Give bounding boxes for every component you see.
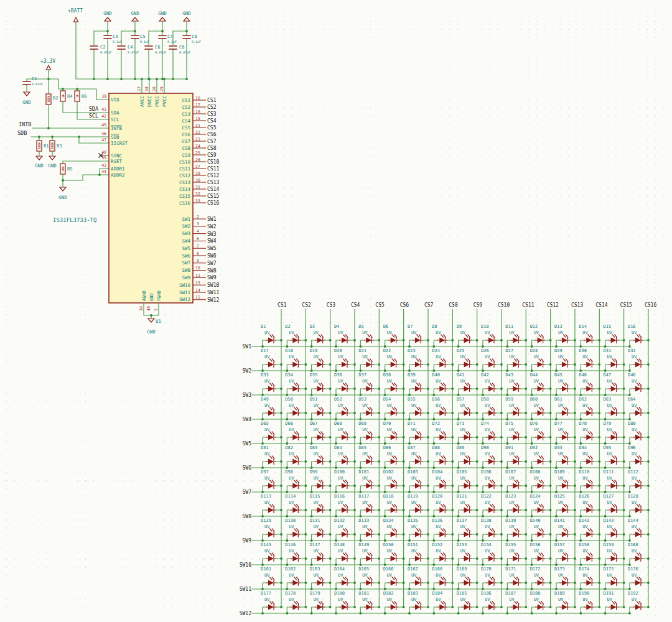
gnd-symbol[interactable] — [148, 318, 154, 322]
led-ref-D119[interactable]: D119 — [408, 494, 418, 499]
resistor-ref[interactable]: R4 — [67, 94, 72, 99]
led-value[interactable]: UV — [509, 597, 515, 602]
led-ref-D82[interactable]: D82 — [285, 445, 293, 450]
led-ref-D174[interactable]: D174 — [579, 567, 589, 572]
led-ref-D112[interactable]: D112 — [628, 470, 638, 475]
net-label-CS6[interactable]: CS6 — [207, 132, 217, 137]
led-value[interactable]: UV — [289, 427, 294, 432]
cap-ref[interactable]: C6 — [155, 45, 160, 50]
matrix-col-label-CS5[interactable]: CS5 — [375, 302, 385, 308]
led-value[interactable]: UV — [436, 403, 441, 408]
led-value[interactable]: UV — [264, 427, 270, 432]
led-value[interactable]: UV — [485, 427, 490, 432]
capacitor-C5[interactable] — [131, 35, 139, 39]
led-value[interactable]: UV — [436, 379, 441, 384]
cap-ref[interactable]: C9 — [192, 34, 197, 39]
net-label-CS7[interactable]: CS7 — [207, 139, 217, 144]
led-ref-D10[interactable]: D10 — [481, 324, 489, 329]
led-value[interactable]: UV — [460, 452, 466, 457]
led-value[interactable]: UV — [289, 476, 294, 481]
led-ref-D45[interactable]: D45 — [554, 373, 562, 378]
led-value[interactable]: UV — [436, 549, 441, 554]
led-value[interactable]: UV — [411, 379, 417, 384]
led-ref-D65[interactable]: D65 — [261, 421, 269, 426]
led-ref-D157[interactable]: D157 — [554, 542, 565, 547]
matrix-col-label-CS1[interactable]: CS1 — [278, 302, 287, 308]
led-ref-D5[interactable]: D5 — [358, 324, 363, 329]
gnd-symbol[interactable] — [132, 17, 138, 21]
led-value[interactable]: UV — [534, 524, 539, 529]
led-value[interactable]: UV — [632, 524, 637, 529]
led-value[interactable]: UV — [411, 500, 417, 505]
led-ref-D90[interactable]: D90 — [481, 445, 489, 450]
led-ref-D58[interactable]: D58 — [481, 397, 489, 402]
gnd-symbol[interactable] — [49, 156, 55, 160]
matrix-col-label-CS13[interactable]: CS13 — [571, 302, 583, 308]
led-ref-D150[interactable]: D150 — [383, 542, 394, 547]
led-ref-D123[interactable]: D123 — [505, 494, 516, 499]
led-ref-D147[interactable]: D147 — [310, 542, 320, 547]
led-ref-D8[interactable]: D8 — [432, 324, 437, 329]
led-ref-D148[interactable]: D148 — [334, 542, 345, 547]
v33-power-label[interactable]: +3.3V — [40, 58, 55, 64]
matrix-row-label-SW9[interactable]: SW9 — [243, 538, 252, 544]
led-ref-D169[interactable]: D169 — [457, 567, 467, 572]
led-value[interactable]: UV — [338, 452, 343, 457]
matrix-col-label-CS12[interactable]: CS12 — [547, 302, 559, 308]
led-ref-D108[interactable]: D108 — [530, 470, 541, 475]
led-ref-D110[interactable]: D110 — [579, 470, 589, 475]
cap-value[interactable]: 0.1uF — [167, 40, 177, 44]
led-value[interactable]: UV — [314, 330, 319, 335]
led-ref-D106[interactable]: D106 — [481, 470, 492, 475]
net-label-CS9[interactable]: CS9 — [207, 152, 217, 158]
led-value[interactable]: UV — [436, 597, 441, 602]
led-value[interactable]: UV — [338, 355, 343, 360]
led-value[interactable]: UV — [289, 403, 294, 408]
net-label-CS3[interactable]: CS3 — [207, 111, 217, 117]
net-label-SW12[interactable]: SW12 — [207, 297, 219, 303]
led-value[interactable]: UV — [607, 500, 613, 505]
led-value[interactable]: UV — [362, 355, 368, 360]
led-ref-D145[interactable]: D145 — [261, 542, 271, 547]
led-value[interactable]: UV — [534, 403, 539, 408]
net-label-intb[interactable]: INTB — [19, 121, 31, 128]
led-ref-D124[interactable]: D124 — [530, 494, 541, 499]
led-ref-D55[interactable]: D55 — [408, 397, 416, 402]
led-ref-D18[interactable]: D18 — [285, 348, 293, 353]
cap-value[interactable]: 0.1uF — [192, 40, 201, 44]
led-ref-D36[interactable]: D36 — [334, 373, 342, 378]
led-value[interactable]: UV — [534, 476, 539, 481]
led-value[interactable]: UV — [558, 330, 564, 335]
led-ref-D117[interactable]: D117 — [358, 494, 369, 499]
led-ref-D133[interactable]: D133 — [358, 518, 369, 523]
led-ref-D67[interactable]: D67 — [310, 421, 318, 426]
led-ref-D103[interactable]: D103 — [408, 470, 418, 475]
led-value[interactable]: UV — [534, 573, 539, 578]
led-ref-D159[interactable]: D159 — [604, 542, 614, 547]
gnd-symbol[interactable] — [159, 17, 166, 21]
led-value[interactable]: UV — [485, 355, 490, 360]
led-value[interactable]: UV — [411, 355, 417, 360]
led-ref-D109[interactable]: D109 — [554, 470, 565, 475]
cap-ref[interactable]: C2 — [100, 45, 105, 50]
led-value[interactable]: UV — [411, 403, 417, 408]
led-value[interactable]: UV — [338, 330, 343, 335]
led-ref-D134[interactable]: D134 — [383, 518, 394, 523]
cap-ref[interactable]: C3 — [113, 34, 118, 39]
led-value[interactable]: UV — [362, 403, 368, 408]
matrix-col-label-CS3[interactable]: CS3 — [327, 302, 336, 308]
led-ref-D77[interactable]: D77 — [554, 421, 562, 426]
led-value[interactable]: UV — [485, 597, 490, 602]
led-value[interactable]: UV — [460, 524, 466, 529]
led-ref-D93[interactable]: D93 — [554, 445, 562, 450]
led-value[interactable]: UV — [509, 549, 515, 554]
led-ref-D2[interactable]: D2 — [285, 324, 290, 329]
led-ref-D32[interactable]: D32 — [628, 348, 636, 353]
net-label-CS8[interactable]: CS8 — [207, 146, 217, 151]
led-ref-D43[interactable]: D43 — [505, 373, 513, 378]
led-ref-D57[interactable]: D57 — [457, 397, 465, 402]
matrix-col-label-CS4[interactable]: CS4 — [351, 302, 360, 308]
led-ref-D168[interactable]: D168 — [432, 567, 442, 572]
led-ref-D151[interactable]: D151 — [408, 542, 418, 547]
led-value[interactable]: UV — [632, 403, 637, 408]
